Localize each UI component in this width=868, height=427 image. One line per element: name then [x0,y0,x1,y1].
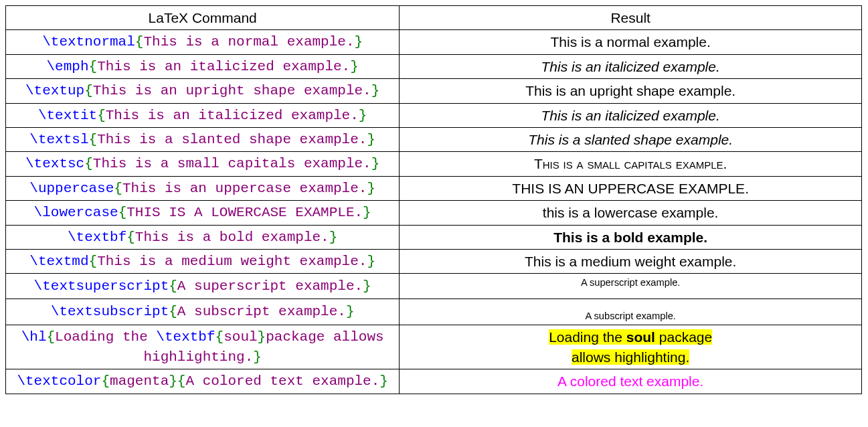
highlighted-text: Loading the soul package [549,329,712,345]
result-cell: This is an upright shape example. [400,79,862,103]
result-text: This is an upright shape example. [525,83,735,98]
latex-argument: This is a medium weight example. [97,254,367,269]
brace-close-icon: } [363,278,371,294]
latex-argument: A colored text example. [185,373,379,389]
table-row: \textnormal{This is a normal example.}Th… [6,30,862,54]
result-cell: This is an italicized example. [400,103,862,127]
latex-command-cell: \textcolor{magenta}{A colored text examp… [6,369,400,394]
latex-command-cell: \hl{Loading the \textbf{soul}package all… [6,325,400,369]
table-row: \textit{This is an italicized example.}T… [6,103,862,127]
latex-command-cell: \emph{This is an italicized example.} [6,54,400,78]
table-row: \emph{This is an italicized example.}Thi… [6,54,862,78]
latex-argument: This is an uppercase example. [122,181,367,196]
table-row: \textcolor{magenta}{A colored text examp… [6,369,862,394]
result-text: THIS IS AN UPPERCASE EXAMPLE. [512,181,749,196]
result-text: A superscript example. [581,276,681,290]
latex-commands-table: LaTeX Command Result \textnormal{This is… [5,5,862,394]
latex-argument: magenta [110,373,169,389]
brace-open-icon: { [169,304,177,319]
result-text: This is an italicized example. [541,108,720,123]
latex-argument: A subscript example. [177,304,346,319]
latex-argument: THIS IS A LOWERCASE EXAMPLE. [126,205,363,220]
latex-command: \textcolor [17,373,101,389]
result-text: package [655,329,712,345]
result-text: This is a small capitals example. [534,156,727,171]
brace-close-icon: } [367,181,375,196]
header-result: Result [400,6,862,30]
highlighted-text: allows highlighting. [572,349,689,365]
latex-command: \textsuperscript [34,278,169,294]
latex-argument: This is an italicized example. [106,108,359,123]
latex-argument: This is a normal example. [143,34,354,50]
latex-argument: This is a bold example. [135,230,329,245]
brace-close-icon: } [350,59,359,74]
result-cell: This is an italicized example. [400,54,862,78]
latex-command: \textmd [29,254,88,269]
brace-open-icon: { [169,278,177,294]
result-text: this is a lowercase example. [543,205,719,220]
brace-close-icon: } [359,108,367,123]
latex-argument: This is a slanted shape example. [97,132,367,147]
brace-open-icon: { [84,83,93,98]
latex-command: \hl [21,329,47,345]
latex-command-cell: \textnormal{This is a normal example.} [6,30,400,54]
latex-argument: This is a small capitals example. [93,156,371,171]
header-latex-command: LaTeX Command [6,6,400,30]
latex-command: \textnormal [42,34,135,50]
table-row: \uppercase{This is an uppercase example.… [6,176,862,200]
result-cell: This is a slanted shape example. [400,127,862,151]
brace-close-icon: } [346,304,355,319]
brace-close-icon: } [367,132,375,147]
latex-command-cell: \textbf{This is a bold example.} [6,225,400,249]
result-cell: Loading the soul packageallows highlight… [400,325,862,369]
latex-command: \textsc [25,156,84,171]
brace-open-icon: { [101,373,110,389]
table-row: \textsl{This is a slanted shape example.… [6,127,862,151]
brace-open-icon: { [89,254,98,269]
brace-open-icon: { [126,230,135,245]
brace-close-icon: } [367,254,375,269]
result-text: A colored text example. [557,373,703,389]
brace-close-icon: } [253,349,262,365]
result-cell: A superscript example. [400,274,862,298]
latex-command-cell: \textit{This is an italicized example.} [6,103,400,127]
latex-command: \uppercase [29,181,114,196]
table-row: \textsubscript{A subscript example.}A su… [6,298,862,325]
brace-open-icon: { [114,181,122,196]
brace-open-icon: { [47,329,56,345]
brace-close-icon: } [169,373,177,389]
table-row: \textsc{This is a small capitals example… [6,152,862,176]
brace-open-icon: { [135,34,144,50]
result-text: This is a normal example. [551,34,711,50]
table-row: \textmd{This is a medium weight example.… [6,249,862,273]
brace-open-icon: { [118,205,127,220]
brace-close-icon: } [371,156,380,171]
latex-command-cell: \uppercase{This is an uppercase example.… [6,176,400,200]
brace-close-icon: } [363,205,371,220]
latex-command: \textbf [68,230,126,245]
result-text: This is a bold example. [553,230,707,245]
brace-close-icon: } [379,373,388,389]
brace-close-icon: } [258,329,266,345]
brace-close-icon: } [329,230,338,245]
table-row: \hl{Loading the \textbf{soul}package all… [6,325,862,369]
result-cell: This is a bold example. [400,225,862,249]
latex-command: \lowercase [34,205,118,220]
result-cell: A colored text example. [400,369,862,394]
brace-open-icon: { [89,59,98,74]
latex-command: \emph [47,59,89,74]
brace-close-icon: } [355,34,363,50]
result-text: Loading the [549,329,626,345]
latex-command-cell: \textsubscript{A subscript example.} [6,298,400,325]
table-row: \textup{This is an upright shape example… [6,79,862,103]
result-cell: THIS IS AN UPPERCASE EXAMPLE. [400,176,862,200]
brace-open-icon: { [84,156,93,171]
latex-command-cell: \textsc{This is a small capitals example… [6,152,400,176]
latex-command-cell: \textup{This is an upright shape example… [6,79,400,103]
brace-close-icon: } [371,83,380,98]
table-header-row: LaTeX Command Result [6,6,862,30]
result-text: A subscript example. [585,309,676,323]
result-cell: This is a small capitals example. [400,152,862,176]
result-text: This is a slanted shape example. [528,132,733,147]
table-row: \textsuperscript{A superscript example.}… [6,274,862,298]
